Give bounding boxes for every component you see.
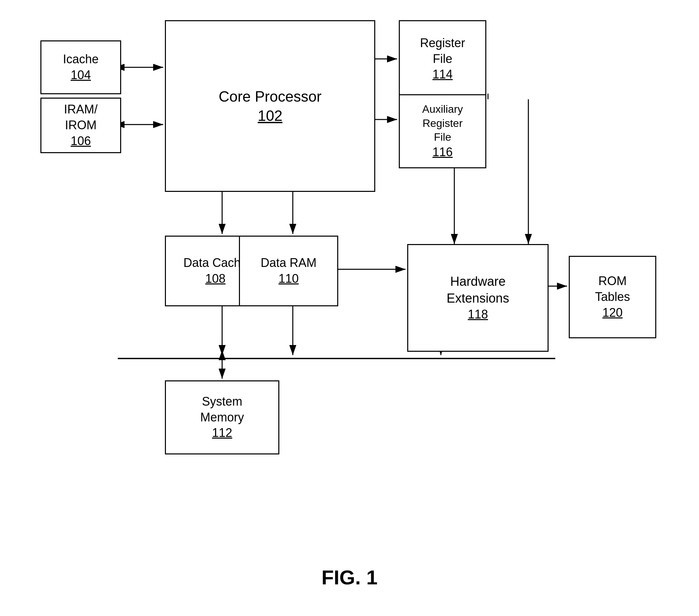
system-memory-ref: 112 [212,425,232,441]
diagram: Icache 104 IRAM/ IROM 106 Core Processor… [0,0,699,616]
aux-ref: 116 [433,144,453,160]
rom-tables-label: ROM Tables [595,273,630,305]
rom-tables-ref: 120 [603,305,623,321]
register-file-block: Register File 114 [399,20,486,97]
aux-label: Auxiliary Register File [422,102,463,144]
data-ram-block: Data RAM 110 [239,236,338,306]
data-ram-ref: 110 [278,271,299,287]
data-cache-ref: 108 [205,271,225,287]
figure-label: FIG. 1 [321,566,378,589]
system-memory-block: System Memory 112 [165,380,279,455]
data-ram-label: Data RAM [261,255,316,271]
hardware-extensions-block: Hardware Extensions 118 [407,244,549,352]
icache-label: Icache [63,52,98,67]
system-memory-label: System Memory [200,394,244,425]
hardware-ext-ref: 118 [468,307,488,323]
iram-block: IRAM/ IROM 106 [40,97,121,153]
core-processor-block: Core Processor 102 [165,20,375,192]
core-label: Core Processor [219,87,322,106]
auxiliary-register-file-block: Auxiliary Register File 116 [399,94,486,168]
icache-ref: 104 [71,67,91,83]
iram-ref: 106 [71,133,91,149]
register-label: Register File [420,35,465,67]
data-cache-label: Data Cache [183,255,247,271]
icache-block: Icache 104 [40,40,121,94]
hardware-ext-label: Hardware Extensions [447,273,509,307]
core-ref: 102 [258,106,282,125]
register-ref: 114 [433,67,453,82]
iram-label: IRAM/ IROM [64,102,97,133]
rom-tables-block: ROM Tables 120 [569,256,656,338]
